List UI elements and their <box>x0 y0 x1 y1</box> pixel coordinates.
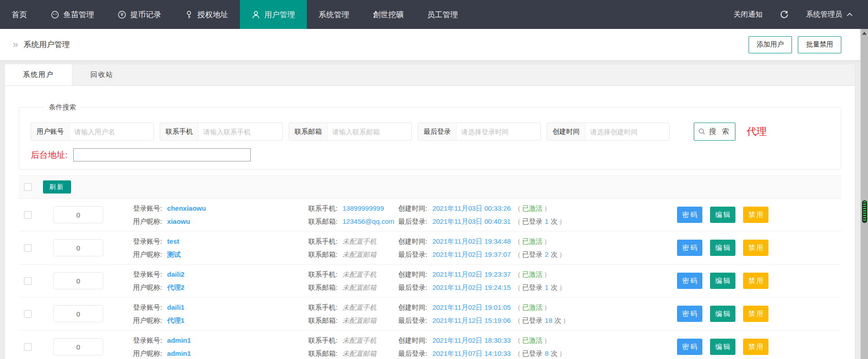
nickname-value: 代理1 <box>167 316 184 324</box>
phone-label: 联系手机: <box>308 204 337 212</box>
nav-item-authorized-address[interactable]: 授权地址 <box>173 0 240 29</box>
search-button[interactable]: 搜 索 <box>694 123 735 141</box>
phone-input[interactable] <box>199 123 282 140</box>
main-card: 系统用户 回收站 条件搜索 用户账号 联系手机 联系邮箱 <box>5 64 855 359</box>
disable-button[interactable]: 禁用 <box>743 306 768 322</box>
account-label: 登录账号: <box>133 336 162 344</box>
row-checkbox[interactable] <box>24 211 32 219</box>
search-button-label: 搜 索 <box>709 127 731 137</box>
created-label: 创建时间: <box>398 237 427 245</box>
row-checkbox[interactable] <box>24 277 32 285</box>
account-value: daili1 <box>167 303 184 311</box>
password-button[interactable]: 密码 <box>677 207 702 223</box>
tab-recycle-bin[interactable]: 回收站 <box>72 64 132 85</box>
row-actions: 密码 编辑 禁用 <box>677 339 768 355</box>
edit-button[interactable]: 编辑 <box>710 339 735 355</box>
row-checkbox[interactable] <box>24 310 32 318</box>
nav-item-user-management[interactable]: 用户管理 <box>240 0 307 29</box>
last-login-input[interactable] <box>457 123 540 140</box>
created-value: 2021年11月02日 19:01:05 <box>432 303 510 311</box>
nav-item-genesis-mining[interactable]: 創世挖礦 <box>361 0 415 29</box>
email-value: 123456@qq.com <box>343 217 394 225</box>
edit-button[interactable]: 编辑 <box>710 240 735 256</box>
scrollbar-up-arrow[interactable] <box>861 29 868 38</box>
row-actions: 密码 编辑 禁用 <box>677 240 768 256</box>
select-all-checkbox[interactable] <box>24 183 32 191</box>
sort-input[interactable] <box>53 239 103 256</box>
nav-item-label: 授权地址 <box>197 9 228 20</box>
sort-input[interactable] <box>53 338 103 355</box>
created-label: 创建时间: <box>398 303 427 311</box>
close-notice-link[interactable]: 关闭通知 <box>734 10 763 19</box>
created-time-input[interactable] <box>586 123 669 140</box>
email-value: 未配置邮箱 <box>343 350 377 357</box>
created-value: 2021年11月02日 18:30:33 <box>432 336 510 344</box>
phone-value: 未配置手机 <box>343 336 377 344</box>
refresh-icon[interactable] <box>780 10 789 19</box>
field-phone-label: 联系手机 <box>160 123 199 140</box>
login-count: 1 <box>545 217 548 225</box>
disable-button[interactable]: 禁用 <box>743 273 768 289</box>
breadcrumb-chevron-icon: » <box>13 39 18 51</box>
email-label: 联系邮箱: <box>308 283 337 291</box>
svg-text:¥: ¥ <box>120 12 124 18</box>
dates-column: 创建时间: 2021年11月02日 19:34:48 （已激活） 最后登录: 2… <box>398 235 677 261</box>
dates-column: 创建时间: 2021年11月02日 19:23:37 （已激活） 最后登录: 2… <box>398 268 677 294</box>
tab-system-users[interactable]: 系统用户 <box>5 64 72 85</box>
nav-item-withdraw-records[interactable]: ¥ 提币记录 <box>106 0 173 29</box>
admin-dropdown[interactable]: 系统管理员 <box>806 10 853 19</box>
nav-item-fish-management[interactable]: 鱼苗管理 <box>39 0 106 29</box>
nav-item-home[interactable]: 首页 <box>0 0 39 29</box>
sort-input[interactable] <box>53 305 103 322</box>
created-label: 创建时间: <box>398 270 427 278</box>
edit-button[interactable]: 编辑 <box>710 273 735 289</box>
nav-item-staff-management[interactable]: 员工管理 <box>415 0 470 29</box>
add-user-button[interactable]: 添加用户 <box>749 36 792 53</box>
contact-column: 联系手机: 未配置手机 联系邮箱: 未配置邮箱 <box>308 301 398 327</box>
table-row: 登录账号: daili2 用户昵称: 代理2 联系手机: 未配置手机 联系邮箱:… <box>19 265 841 298</box>
row-checkbox[interactable] <box>24 343 32 351</box>
row-actions: 密码 编辑 禁用 <box>677 306 768 322</box>
row-actions: 密码 编辑 禁用 <box>677 207 768 223</box>
disable-button[interactable]: 禁用 <box>743 240 768 256</box>
row-checkbox[interactable] <box>24 244 32 252</box>
nav-item-system-management[interactable]: 系统管理 <box>307 0 361 29</box>
password-button[interactable]: 密码 <box>677 273 702 289</box>
last-login-value: 2021年11月02日 19:37:07 <box>432 250 510 258</box>
search-panel-legend: 条件搜索 <box>44 103 81 112</box>
nav-item-label: 首页 <box>12 9 27 20</box>
password-button[interactable]: 密码 <box>677 339 702 355</box>
login-count: 18 <box>545 316 553 324</box>
page-scrollbar[interactable] <box>860 29 868 359</box>
edit-button[interactable]: 编辑 <box>710 207 735 223</box>
batch-disable-button[interactable]: 批量禁用 <box>798 36 841 53</box>
contact-column: 联系手机: 未配置手机 联系邮箱: 未配置邮箱 <box>308 235 398 261</box>
backend-address-input[interactable] <box>73 148 251 161</box>
login-count: 2 <box>545 250 548 258</box>
last-login-value: 2021年11月12日 15:19:06 <box>432 316 510 324</box>
scrollbar-thumb[interactable] <box>862 200 867 223</box>
admin-name: 系统管理员 <box>806 10 842 19</box>
phone-value: 13899999999 <box>343 204 384 212</box>
disable-button[interactable]: 禁用 <box>743 207 768 223</box>
sort-input[interactable] <box>53 206 103 223</box>
user-list: 登录账号: chenxiaowu 用户昵称: xiaowu 联系手机: 1389… <box>19 198 841 359</box>
dates-column: 创建时间: 2021年11月02日 19:01:05 （已激活） 最后登录: 2… <box>398 301 677 327</box>
login-count: 8 <box>545 350 548 357</box>
table-toolbar: 刷新 <box>19 175 841 198</box>
account-label: 登录账号: <box>133 237 162 245</box>
breadcrumb-bar: » 系统用户管理 添加用户 批量禁用 <box>0 29 860 61</box>
disable-button[interactable]: 禁用 <box>743 339 768 355</box>
password-button[interactable]: 密码 <box>677 240 702 256</box>
activated-badge: 已激活 <box>522 204 543 212</box>
field-email: 联系邮箱 <box>289 123 412 141</box>
username-input[interactable] <box>70 123 153 140</box>
edit-button[interactable]: 编辑 <box>710 306 735 322</box>
refresh-button[interactable]: 刷新 <box>43 180 71 194</box>
sort-input[interactable] <box>53 272 103 289</box>
field-created-time-label: 创建时间 <box>547 123 586 140</box>
password-button[interactable]: 密码 <box>677 306 702 322</box>
page-title: 系统用户管理 <box>24 39 70 50</box>
account-column: 登录账号: daili1 用户昵称: 代理1 <box>133 301 308 327</box>
email-input[interactable] <box>328 123 411 140</box>
